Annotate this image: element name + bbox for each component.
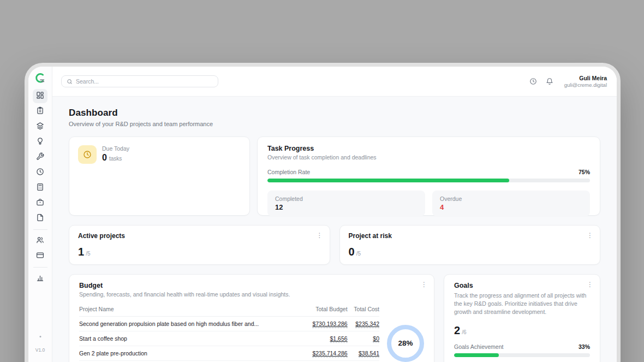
active-projects-total: /5: [86, 251, 90, 257]
sidebar-item-documents[interactable]: [33, 211, 47, 225]
user-email: guli@creme.digital: [564, 82, 607, 88]
sidebar-item-ideas[interactable]: [33, 135, 47, 149]
active-projects-card: Active projects ⋮ 1 /5: [69, 225, 330, 265]
overdue-stat-tile: Overdue 4: [432, 191, 590, 216]
creme-logo-icon: [34, 72, 46, 84]
clipboard-icon: [36, 106, 44, 117]
budget-subtitle: Spending, forecasts, and financial healt…: [79, 291, 424, 298]
row-project-stats: Active projects ⋮ 1 /5 Project at risk ⋮…: [69, 225, 600, 265]
topbar-right: Guli Meira guli@creme.digital: [529, 75, 607, 88]
bell-icon[interactable]: [546, 78, 553, 85]
overdue-label: Overdue: [440, 195, 582, 202]
completion-progress-fill: [267, 179, 509, 182]
total-budget-value[interactable]: $730,193.286: [312, 321, 347, 328]
table-row[interactable]: Second generation propulsion plate based…: [79, 317, 379, 331]
goals-progress-track: [454, 353, 590, 357]
budget-card: Budget ⋮ Spending, forecasts, and financ…: [69, 274, 434, 362]
sidebar-item-billing[interactable]: [33, 249, 47, 263]
sidebar-item-time[interactable]: [33, 165, 47, 180]
wrench-icon: [36, 152, 44, 163]
sidebar-item-calculator[interactable]: [33, 181, 47, 195]
sidebar-divider: [33, 267, 47, 268]
sidebar-item-tasks[interactable]: [33, 104, 47, 118]
due-today-label: Due Today: [102, 145, 129, 152]
total-cost-value[interactable]: $0: [373, 335, 379, 343]
sidebar-item-analytics[interactable]: [33, 271, 47, 286]
lightbulb-icon: [36, 137, 44, 147]
goals-subtitle: Track the progress and alignment of all …: [454, 292, 590, 317]
due-today-info: Due Today 0 tasks: [102, 145, 129, 163]
due-today-value: 0: [102, 153, 107, 163]
table-row[interactable]: Gen 2 plate pre-production $235,714.286 …: [79, 346, 379, 361]
completed-stat-tile: Completed 12: [267, 191, 425, 216]
sidebar-status-dot: [39, 336, 41, 337]
goals-title: Goals: [454, 282, 590, 289]
active-projects-title: Active projects: [78, 232, 321, 240]
due-today-unit: tasks: [109, 156, 122, 162]
table-row[interactable]: Start a coffee shop $1,656 $0: [79, 331, 379, 346]
search-input[interactable]: [76, 78, 213, 85]
completion-rate-value: 75%: [579, 169, 590, 175]
kebab-menu-icon[interactable]: ⋮: [317, 232, 323, 239]
dashboard-grid-icon: [36, 91, 44, 102]
document-icon: [36, 213, 44, 224]
task-progress-title: Task Progress: [267, 145, 590, 152]
sidebar-item-team[interactable]: [33, 234, 47, 248]
project-at-risk-value: 0: [349, 246, 355, 258]
goals-progress-fill: [454, 353, 499, 357]
user-menu[interactable]: Guli Meira guli@creme.digital: [564, 75, 607, 88]
goals-achievement-label: Goals Achievement: [454, 343, 503, 350]
layers-icon: [36, 122, 44, 132]
project-at-risk-total: /5: [356, 251, 361, 257]
sidebar-item-dashboard[interactable]: [33, 89, 47, 103]
budget-table-wrap: Project Name Total Budget Total Cost Sec…: [79, 301, 379, 362]
project-name: Gen 2 plate pre-production: [79, 346, 303, 361]
completed-value: 12: [275, 203, 418, 211]
col-total-cost: Total Cost: [348, 301, 379, 317]
kebab-menu-icon[interactable]: ⋮: [421, 281, 427, 288]
search-box[interactable]: [61, 75, 218, 87]
clock-icon: [36, 168, 44, 178]
total-cost-value[interactable]: $235,342: [355, 321, 379, 328]
total-budget-value[interactable]: $235,714.286: [312, 350, 347, 358]
sidebar-item-projects[interactable]: [33, 120, 47, 134]
overdue-value: 4: [440, 203, 582, 211]
completed-label: Completed: [275, 195, 418, 202]
search-icon: [67, 79, 73, 85]
briefcase-icon: [36, 198, 44, 209]
budget-usage-ring: 28%: [387, 325, 424, 362]
page-title: Dashboard: [69, 108, 600, 118]
dashboard-content: Dashboard Overview of your R&D projects …: [52, 97, 617, 362]
goals-card: Goals ⋮ Track the progress and alignment…: [444, 274, 600, 362]
col-project-name: Project Name: [79, 301, 303, 317]
goals-achievement-value: 33%: [579, 343, 590, 350]
col-total-budget: Total Budget: [303, 301, 347, 317]
project-name: Start a coffee shop: [79, 331, 303, 346]
total-cost-value[interactable]: $38,541: [359, 350, 379, 358]
row-overview: Due Today 0 tasks Task Progress Overview…: [69, 137, 600, 216]
project-at-risk-card: Project at risk ⋮ 0 /5: [339, 225, 601, 265]
sidebar-item-portfolio[interactable]: [33, 196, 47, 210]
user-name: Guli Meira: [564, 75, 607, 82]
sidebar-item-tools[interactable]: [33, 150, 47, 164]
completion-progress-track: [267, 179, 590, 182]
budget-usage-value: 28%: [398, 339, 413, 347]
due-clock-icon: [78, 145, 97, 164]
bar-chart-icon: [36, 274, 44, 284]
page-subtitle: Overview of your R&D projects and team p…: [69, 121, 600, 127]
main-area: Guli Meira guli@creme.digital Dashboard …: [52, 67, 617, 362]
goals-value: 2: [454, 324, 460, 337]
project-at-risk-title: Project at risk: [349, 232, 592, 240]
kebab-menu-icon[interactable]: ⋮: [587, 281, 593, 288]
kebab-menu-icon[interactable]: ⋮: [587, 232, 593, 239]
task-progress-card: Task Progress Overview of task completio…: [257, 137, 600, 216]
due-today-card: Due Today 0 tasks: [69, 137, 250, 216]
sidebar-divider: [33, 229, 47, 230]
total-budget-value[interactable]: $1,656: [330, 335, 348, 343]
app-window: V1.0 Guli Meira guli@creme.digital: [28, 67, 617, 362]
sidebar: V1.0: [28, 67, 52, 362]
app-version: V1.0: [28, 347, 52, 353]
goals-total: /6: [462, 329, 466, 335]
task-progress-subtitle: Overview of task completion and deadline…: [267, 154, 590, 161]
history-clock-icon[interactable]: [529, 78, 537, 85]
